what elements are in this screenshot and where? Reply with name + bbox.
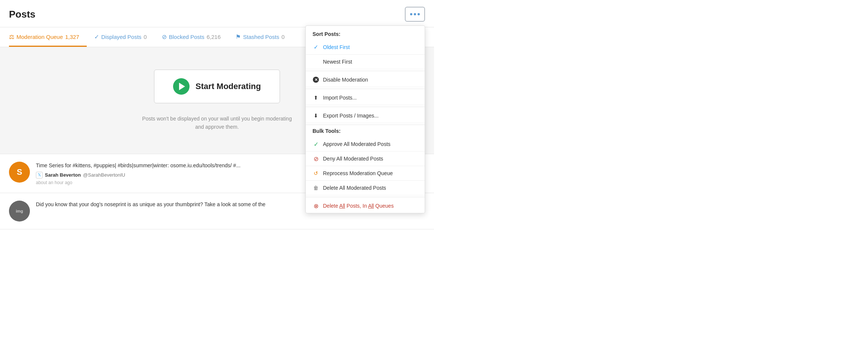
import-posts-item[interactable]: ⬆ Import Posts...	[306, 91, 425, 105]
moderating-hint-line1: Posts won't be displayed on your wall un…	[142, 115, 292, 123]
twitter-icon-1: 𝕏	[36, 172, 43, 179]
divider-2	[306, 89, 425, 89]
reprocess-queue-item[interactable]: ↺ Reprocess Moderation Queue	[306, 166, 425, 181]
divider-5	[306, 197, 425, 197]
tab-blocked-posts-count: 6,216	[207, 34, 221, 40]
divider-1	[306, 71, 425, 71]
page-container: Posts Sort Posts: ✓ Oldest First Newest …	[0, 0, 434, 229]
deny-icon: ⊘	[313, 155, 319, 162]
moderating-hint-line2: and approve them.	[195, 123, 239, 131]
tab-blocked-posts-label: Blocked Posts	[169, 34, 204, 40]
reprocess-icon: ↺	[313, 170, 319, 177]
tab-displayed-posts-count: 0	[144, 34, 147, 40]
disable-moderation-label: Disable Moderation	[323, 77, 368, 83]
sort-newest-label: Newest First	[323, 59, 352, 65]
page-header: Posts Sort Posts: ✓ Oldest First Newest …	[0, 0, 434, 27]
trash-icon: 🗑	[313, 184, 319, 191]
avatar-letter-2: img	[16, 209, 23, 213]
dot-3	[418, 13, 420, 15]
start-moderating-label[interactable]: Start Moderating	[196, 82, 261, 91]
gavel-icon: ⚖	[9, 33, 14, 40]
sort-oldest-first[interactable]: ✓ Oldest First	[306, 40, 425, 55]
dot-2	[414, 13, 416, 15]
delete-all-queues-item[interactable]: ⊗ Delete All Posts, In All Queues	[306, 199, 425, 213]
start-moderating-box: Start Moderating	[154, 70, 280, 103]
tab-displayed-posts-label: Displayed Posts	[101, 34, 142, 40]
dot-1	[410, 13, 412, 15]
tab-stashed-posts-label: Stashed Posts	[243, 34, 279, 40]
empty-icon	[313, 58, 319, 65]
sort-section-title: Sort Posts:	[306, 26, 425, 40]
download-icon: ⬇	[313, 112, 319, 119]
approve-all-item[interactable]: ✓ Approve All Moderated Posts	[306, 137, 425, 152]
play-icon	[173, 78, 190, 95]
delete-moderated-label: Delete All Moderated Posts	[323, 185, 386, 191]
tab-displayed-posts[interactable]: ✓ Displayed Posts 0	[94, 27, 154, 47]
tab-moderation-queue[interactable]: ⚖ Moderation Queue 1,327	[9, 27, 87, 47]
divider-3	[306, 107, 425, 107]
disable-moderation-item[interactable]: ✕ Disable Moderation	[306, 73, 425, 87]
sort-newest-first[interactable]: Newest First	[306, 55, 425, 69]
tab-stashed-posts-count: 0	[281, 34, 284, 40]
avatar-2: img	[9, 201, 30, 222]
check-icon-tab: ✓	[94, 33, 99, 40]
circle-x-icon: ✕	[313, 76, 319, 83]
sort-oldest-label: Oldest First	[323, 44, 350, 50]
circle-red-icon: ⊗	[313, 202, 319, 209]
export-posts-label: Export Posts / Images...	[323, 113, 379, 119]
delete-moderated-item[interactable]: 🗑 Delete All Moderated Posts	[306, 181, 425, 195]
dropdown-menu: Sort Posts: ✓ Oldest First Newest First …	[305, 25, 425, 213]
check-icon: ✓	[313, 44, 319, 51]
post-author-1: Sarah Beverton	[45, 172, 81, 178]
export-posts-item[interactable]: ⬇ Export Posts / Images...	[306, 109, 425, 123]
tab-moderation-queue-count: 1,327	[65, 34, 79, 40]
upload-icon: ⬆	[313, 94, 319, 101]
avatar-letter-1: S	[17, 167, 22, 177]
bulk-section-title: Bulk Tools:	[306, 126, 425, 137]
header-actions: Sort Posts: ✓ Oldest First Newest First …	[405, 7, 425, 22]
tab-blocked-posts[interactable]: ⊘ Blocked Posts 6,216	[162, 27, 228, 47]
reprocess-label: Reprocess Moderation Queue	[323, 170, 393, 176]
deny-all-item[interactable]: ⊘ Deny All Moderated Posts	[306, 152, 425, 166]
delete-all-label: Delete All Posts, In All Queues	[323, 203, 394, 209]
approve-all-label: Approve All Moderated Posts	[323, 141, 391, 147]
avatar-1: S	[9, 162, 30, 183]
tab-stashed-posts[interactable]: ⚑ Stashed Posts 0	[236, 27, 292, 47]
tab-moderation-queue-label: Moderation Queue	[16, 34, 63, 40]
deny-all-label: Deny All Moderated Posts	[323, 156, 383, 162]
page-title: Posts	[9, 9, 36, 20]
flag-icon-tab: ⚑	[236, 33, 241, 40]
divider-4	[306, 125, 425, 125]
import-posts-label: Import Posts...	[323, 95, 357, 101]
check-green-icon: ✓	[313, 141, 319, 147]
post-handle-1: @SarahBevertonIU	[83, 172, 125, 178]
block-icon-tab: ⊘	[162, 33, 167, 40]
more-options-button[interactable]	[405, 7, 425, 22]
